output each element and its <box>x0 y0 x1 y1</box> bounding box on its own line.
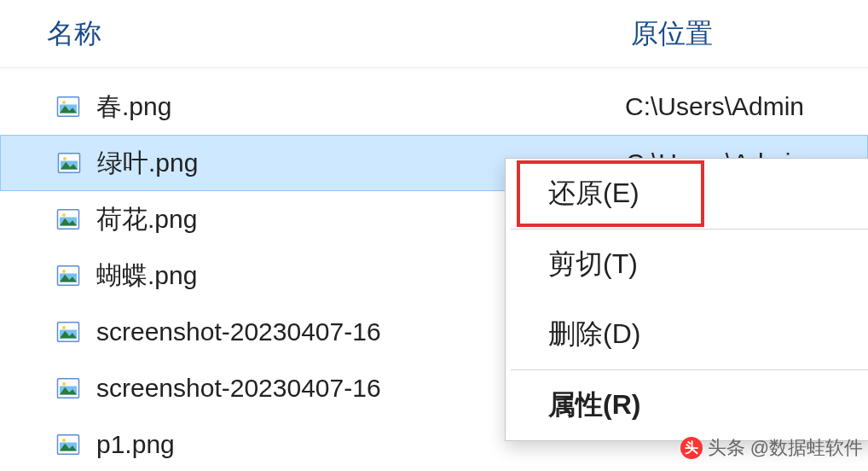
menu-item-cut[interactable]: 剪切(T) <box>506 230 868 299</box>
svg-point-19 <box>62 326 66 329</box>
watermark-text: 头条 @数据蛙软件 <box>708 435 863 461</box>
watermark-badge-icon: 头 <box>680 437 703 459</box>
svg-point-11 <box>62 213 66 217</box>
svg-point-7 <box>63 157 67 160</box>
menu-item-properties[interactable]: 属性(R) <box>506 370 868 440</box>
column-header-location[interactable]: 原位置 <box>631 15 713 53</box>
file-row[interactable]: 春.png C:\Users\Admin <box>0 78 868 135</box>
watermark: 头 头条 @数据蛙软件 <box>680 435 863 461</box>
image-file-icon <box>55 206 81 232</box>
svg-point-3 <box>62 101 66 104</box>
file-location: C:\Users\Admin <box>625 92 804 121</box>
image-file-icon <box>56 150 82 176</box>
image-file-icon <box>55 94 81 119</box>
file-name: 春.png <box>96 90 625 125</box>
svg-point-27 <box>62 439 66 442</box>
context-menu: 还原(E) 剪切(T) 删除(D) 属性(R) <box>505 158 868 441</box>
svg-point-23 <box>62 382 66 386</box>
menu-item-restore[interactable]: 还原(E) <box>506 159 868 229</box>
column-header-name[interactable]: 名称 <box>0 15 631 53</box>
image-file-icon <box>55 432 81 457</box>
column-headers: 名称 原位置 <box>0 0 868 68</box>
svg-point-15 <box>62 270 66 273</box>
image-file-icon <box>55 319 81 345</box>
image-file-icon <box>55 375 81 401</box>
image-file-icon <box>55 263 81 288</box>
menu-item-delete[interactable]: 删除(D) <box>506 299 868 369</box>
